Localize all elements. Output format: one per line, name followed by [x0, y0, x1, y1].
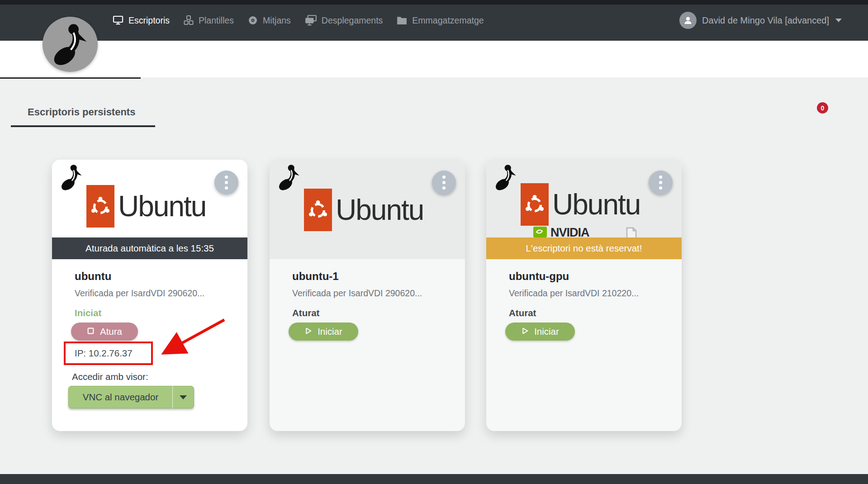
- start-desktop-button[interactable]: Iniciar: [505, 323, 575, 341]
- goose-logo-icon: [493, 162, 519, 194]
- goose-logo-icon: [48, 20, 92, 68]
- user-menu[interactable]: David de Mingo Vila [advanced]: [679, 0, 842, 41]
- ubuntu-circle-of-friends-icon: [86, 185, 114, 228]
- desktop-subtitle: Verificada per IsardVDI 290620...: [75, 288, 204, 299]
- ubuntu-logo: Ubuntu: [521, 183, 640, 226]
- desktop-card-ubuntu: Ubuntu Aturada automàtica a les 15:35 ub…: [52, 160, 247, 431]
- ubuntu-logo: Ubuntu: [86, 185, 206, 228]
- viewer-button-label: VNC al navegador: [69, 392, 172, 403]
- auto-shutdown-banner: Aturada automàtica a les 15:35: [52, 237, 247, 259]
- chevron-down-icon: [180, 395, 187, 399]
- kebab-menu-icon: [225, 176, 228, 190]
- card-menu-button[interactable]: [649, 171, 673, 195]
- tab-persistent-desktops[interactable]: Escriptoris persistents: [28, 106, 135, 118]
- user-name: David de Mingo Vila [advanced]: [702, 15, 829, 26]
- kebab-menu-icon: [659, 176, 662, 190]
- nav-item-escriptoris[interactable]: Escriptoris: [112, 15, 170, 26]
- top-navbar: Escriptoris Plantilles Mitjans Desplegam…: [0, 0, 868, 41]
- nav-item-label: Plantilles: [199, 15, 234, 26]
- desktop-card-ubuntu-1: Ubuntu ubuntu-1 Verificada per IsardVDI …: [270, 160, 465, 431]
- stop-button-label: Atura: [100, 326, 122, 337]
- isardvdi-desktops-page: Escriptoris Plantilles Mitjans Desplegam…: [0, 0, 868, 484]
- os-name: Ubuntu: [118, 190, 206, 223]
- status-badge: Aturat: [509, 308, 536, 318]
- os-name: Ubuntu: [336, 193, 423, 227]
- goose-logo-icon: [276, 162, 302, 194]
- stop-desktop-button[interactable]: Atura: [71, 323, 138, 341]
- stop-icon: [87, 326, 95, 337]
- tab-active-underline: [11, 125, 155, 127]
- kebab-menu-icon: [442, 176, 446, 190]
- ubuntu-circle-of-friends-icon: [304, 189, 332, 231]
- bottom-bar: [0, 474, 868, 484]
- desktop-subtitle: Verificada per IsardVDI 290620...: [292, 288, 422, 299]
- storage-folder-icon: [396, 15, 408, 26]
- trash-count-badge: 0: [817, 102, 828, 114]
- card-menu-button[interactable]: [214, 171, 238, 195]
- templates-cubes-icon: [183, 15, 194, 26]
- start-button-label: Iniciar: [318, 326, 342, 337]
- nav-item-label: Mitjans: [263, 15, 291, 26]
- nav-item-mitjans[interactable]: Mitjans: [247, 15, 291, 26]
- nav-item-label: Desplegaments: [322, 15, 383, 26]
- desktop-title: ubuntu: [75, 270, 111, 283]
- status-badge: Iniciat: [75, 308, 101, 318]
- nav-item-desplegaments[interactable]: Desplegaments: [304, 14, 383, 26]
- viewer-dropdown-toggle[interactable]: [173, 395, 194, 399]
- user-avatar-icon: [679, 12, 697, 29]
- goose-logo-icon: [58, 162, 85, 194]
- annotation-arrow: [157, 316, 230, 360]
- not-reserved-banner: L'escriptori no està reservat!: [486, 237, 682, 259]
- status-badge: Aturat: [292, 308, 319, 318]
- desktops-content-area: Escriptoris persistents Ubuntu Aturada a…: [0, 77, 868, 474]
- viewer-dropdown-button[interactable]: VNC al navegador: [68, 386, 194, 408]
- desktop-title: ubuntu-gpu: [509, 270, 569, 283]
- nav-item-label: Escriptoris: [128, 15, 170, 26]
- desktops-monitor-icon: [112, 15, 124, 26]
- media-disc-icon: [247, 15, 258, 26]
- main-menu: Escriptoris Plantilles Mitjans Desplegam…: [112, 0, 484, 41]
- ip-address: IP: 10.2.76.37: [66, 348, 133, 359]
- nav-item-emmagatzematge[interactable]: Emmagatzematge: [396, 15, 484, 26]
- viewer-section-label: Accedir amb visor:: [72, 371, 148, 382]
- isardvdi-logo[interactable]: [43, 17, 98, 72]
- nav-item-plantilles[interactable]: Plantilles: [183, 15, 234, 26]
- tab-top-border: [0, 77, 141, 79]
- play-icon: [521, 326, 529, 337]
- desktop-title: ubuntu-1: [292, 270, 339, 283]
- os-name: Ubuntu: [552, 188, 640, 221]
- play-icon: [304, 326, 312, 337]
- ubuntu-logo: Ubuntu: [304, 189, 423, 231]
- filter-toolbar: Filtre Neteja Només iniciats Escriptoris…: [0, 41, 868, 77]
- ubuntu-circle-of-friends-icon: [521, 183, 549, 226]
- chevron-down-icon: [835, 19, 842, 22]
- deployments-stacked-monitors-icon: [304, 14, 317, 26]
- desktop-card-ubuntu-gpu: Ubuntu NVIDIA L'escriptori no està reser…: [486, 160, 682, 431]
- card-menu-button[interactable]: [432, 171, 456, 195]
- desktop-subtitle: Verificada per IsardVDI 210220...: [509, 288, 639, 299]
- nav-item-label: Emmagatzematge: [412, 15, 484, 26]
- start-desktop-button[interactable]: Iniciar: [289, 323, 358, 341]
- ip-annotation-box: IP: 10.2.76.37: [64, 342, 153, 365]
- start-button-label: Iniciar: [534, 326, 559, 337]
